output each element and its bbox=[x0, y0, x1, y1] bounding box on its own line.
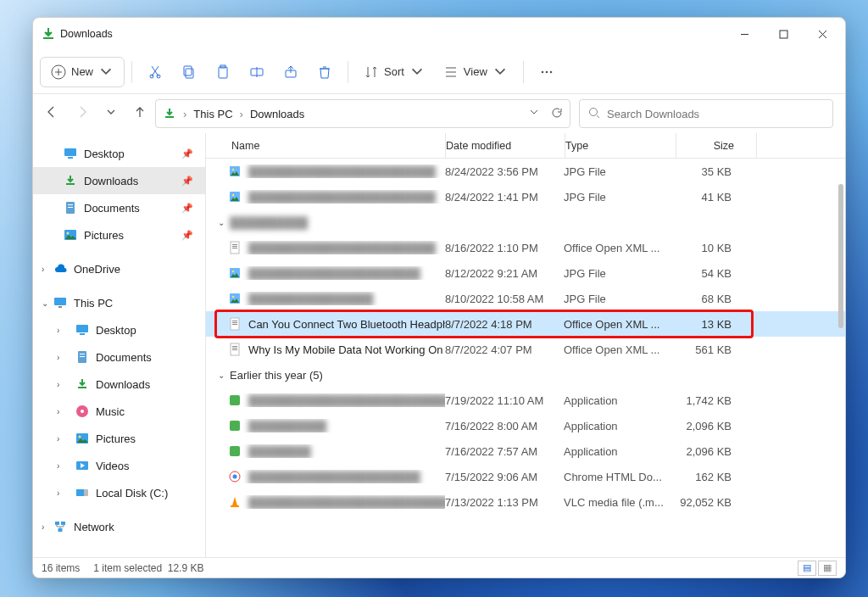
cloud-icon bbox=[53, 262, 67, 276]
download-icon bbox=[64, 174, 77, 187]
pin-icon: 📌 bbox=[181, 148, 193, 159]
sidebar-item-thispc[interactable]: ⌄This PC bbox=[33, 289, 205, 316]
recent-button[interactable] bbox=[106, 105, 116, 122]
svg-point-31 bbox=[79, 436, 81, 438]
sidebar-item-label: Downloads bbox=[96, 378, 150, 391]
file-group-header[interactable]: ⌄Earlier this year (5) bbox=[206, 362, 845, 388]
chevron-right-icon: › bbox=[57, 380, 59, 389]
sidebar-item-downloads[interactable]: Downloads 📌 bbox=[33, 167, 205, 194]
more-button[interactable] bbox=[531, 57, 563, 87]
file-date: 8/12/2022 9:21 AM bbox=[445, 267, 564, 280]
sidebar-item-pictures[interactable]: ›Pictures bbox=[33, 425, 205, 452]
file-size: 561 KB bbox=[674, 343, 754, 356]
refresh-button[interactable] bbox=[551, 107, 563, 121]
sidebar-item-localdiskc[interactable]: ›Local Disk (C:) bbox=[33, 479, 205, 506]
file-date: 8/7/2022 4:07 PM bbox=[445, 343, 564, 356]
search-box[interactable] bbox=[579, 99, 833, 128]
file-size: 92,052 KB bbox=[674, 496, 754, 509]
file-row[interactable]: Why Is My Mobile Data Not Working On ...… bbox=[206, 337, 845, 362]
chevron-down-icon bbox=[98, 64, 114, 80]
file-date: 8/7/2022 4:18 PM bbox=[445, 318, 564, 331]
file-row[interactable]: ██████████ 7/16/2022 8:00 AM Application… bbox=[206, 413, 845, 438]
rename-button[interactable] bbox=[241, 57, 273, 87]
sidebar-item-pictures[interactable]: Pictures 📌 bbox=[33, 221, 205, 248]
search-input[interactable] bbox=[607, 108, 824, 120]
sidebar-item-videos[interactable]: ›Videos bbox=[33, 452, 205, 479]
cut-button[interactable] bbox=[139, 57, 171, 87]
docx-icon bbox=[228, 343, 242, 356]
file-row[interactable]: ████████████████████████████ 7/19/2022 1… bbox=[206, 388, 845, 413]
file-row[interactable]: ████████████████████████████████ 7/13/20… bbox=[206, 489, 845, 515]
file-type: Office Open XML ... bbox=[564, 343, 674, 356]
html-icon bbox=[228, 470, 242, 483]
doc-icon bbox=[64, 201, 77, 215]
col-date[interactable]: Date modified bbox=[446, 140, 565, 152]
file-group-header[interactable]: ⌄██████████ bbox=[206, 209, 845, 235]
scrollbar-thumb[interactable] bbox=[838, 184, 843, 328]
svg-rect-21 bbox=[54, 298, 66, 305]
sidebar-item-desktop[interactable]: ›Desktop bbox=[33, 316, 205, 343]
crumb-thispc[interactable]: This PC bbox=[193, 108, 232, 120]
svg-rect-51 bbox=[232, 321, 237, 321]
file-row[interactable]: ██████████████████████ 8/12/2022 9:21 AM… bbox=[206, 260, 845, 286]
chevron-down-icon: ⌄ bbox=[218, 218, 225, 227]
col-size[interactable]: Size bbox=[676, 140, 756, 152]
minimize-button[interactable] bbox=[725, 18, 764, 50]
sidebar-item-network[interactable]: ›Network bbox=[33, 513, 205, 540]
new-button[interactable]: New bbox=[40, 57, 125, 87]
file-row[interactable]: ████████████████████████ 8/24/2022 1:41 … bbox=[206, 184, 845, 209]
back-button[interactable] bbox=[45, 105, 58, 122]
crumb-dropdown[interactable] bbox=[529, 107, 539, 121]
paste-button[interactable] bbox=[207, 57, 239, 87]
explorer-window: Downloads New Sort View bbox=[32, 17, 846, 578]
svg-rect-60 bbox=[230, 446, 240, 456]
up-button[interactable] bbox=[133, 105, 147, 122]
file-row[interactable]: ████████████████████████ 8/16/2022 1:10 … bbox=[206, 235, 845, 260]
network-icon bbox=[53, 520, 67, 533]
file-row[interactable]: ██████████████████████ 7/15/2022 9:06 AM… bbox=[206, 464, 845, 489]
file-size: 10 KB bbox=[674, 242, 754, 254]
file-row[interactable]: ████████████████ 8/10/2022 10:58 AM JPG … bbox=[206, 286, 845, 311]
svg-point-47 bbox=[232, 271, 235, 273]
share-button[interactable] bbox=[275, 57, 307, 87]
view-button[interactable]: View bbox=[435, 57, 516, 87]
delete-button[interactable] bbox=[309, 57, 341, 87]
file-date: 8/10/2022 10:58 AM bbox=[445, 293, 564, 305]
close-button[interactable] bbox=[803, 18, 842, 50]
copy-button[interactable] bbox=[173, 57, 205, 87]
maximize-button[interactable] bbox=[764, 18, 803, 50]
col-name[interactable]: Name bbox=[218, 140, 445, 152]
forward-button[interactable] bbox=[75, 105, 89, 122]
file-date: 7/16/2022 8:00 AM bbox=[445, 420, 564, 432]
sidebar-item-documents[interactable]: Documents 📌 bbox=[33, 194, 205, 221]
chevron-right-icon: › bbox=[57, 407, 59, 416]
sort-button[interactable]: Sort bbox=[355, 57, 433, 87]
crumb-folder[interactable]: Downloads bbox=[250, 108, 304, 120]
file-row[interactable]: Can You Connect Two Bluetooth Headph... … bbox=[206, 311, 845, 337]
svg-rect-17 bbox=[68, 204, 73, 205]
icons-view-toggle[interactable]: ▦ bbox=[818, 561, 837, 576]
svg-rect-18 bbox=[68, 207, 73, 208]
breadcrumb[interactable]: › This PC › Downloads bbox=[155, 99, 570, 128]
file-name: ██████████ bbox=[248, 420, 326, 432]
svg-rect-34 bbox=[76, 489, 84, 496]
file-size: 2,096 KB bbox=[674, 445, 754, 458]
svg-rect-23 bbox=[76, 325, 88, 332]
jpg-icon bbox=[228, 190, 242, 204]
sidebar-item-music[interactable]: ›Music bbox=[33, 398, 205, 425]
sidebar-item-label: Videos bbox=[96, 460, 130, 472]
file-type: Application bbox=[564, 420, 674, 432]
file-row[interactable]: ████████ 7/16/2022 7:57 AM Application 2… bbox=[206, 438, 845, 464]
sidebar-item-documents[interactable]: ›Documents bbox=[33, 343, 205, 371]
sidebar-item-downloads[interactable]: ›Downloads bbox=[33, 371, 205, 398]
file-name: ████████████████████████████ bbox=[248, 394, 445, 407]
sidebar-item-desktop[interactable]: Desktop 📌 bbox=[33, 140, 205, 167]
file-row[interactable]: ████████████████████████ 8/24/2022 3:56 … bbox=[206, 159, 845, 184]
details-view-toggle[interactable]: ▤ bbox=[798, 561, 816, 576]
toolbar: New Sort View bbox=[33, 50, 845, 94]
file-type: JPG File bbox=[564, 191, 674, 204]
col-type[interactable]: Type bbox=[565, 140, 676, 152]
svg-rect-22 bbox=[58, 306, 62, 308]
file-name: ████████████████████████████████ bbox=[248, 496, 445, 509]
sidebar-item-onedrive[interactable]: ›OneDrive bbox=[33, 255, 205, 282]
